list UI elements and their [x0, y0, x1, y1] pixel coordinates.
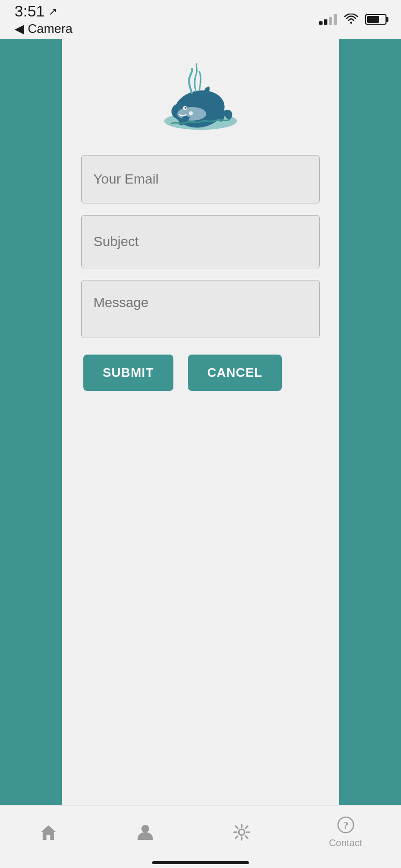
contact-tab-label: Contact: [329, 837, 362, 849]
svg-point-8: [141, 825, 149, 833]
buttons-row: SUBMIT CANCEL: [81, 355, 320, 391]
tab-bar: ? Contact: [0, 805, 401, 868]
signal-icon: [319, 14, 337, 25]
home-icon: [39, 822, 58, 842]
submit-button[interactable]: SUBMIT: [83, 355, 173, 391]
time-display: 3:51: [15, 2, 45, 20]
svg-text:?: ?: [343, 819, 348, 831]
message-field[interactable]: [81, 280, 320, 338]
tab-settings[interactable]: [232, 822, 251, 842]
email-field[interactable]: [81, 155, 320, 203]
whale-svg: [157, 58, 244, 136]
subject-field[interactable]: [81, 215, 320, 268]
question-icon: ?: [336, 815, 355, 835]
tab-contact[interactable]: ? Contact: [329, 815, 362, 849]
camera-back-label: ◀ Camera: [15, 21, 73, 36]
svg-point-7: [189, 111, 193, 115]
gear-icon: [232, 822, 251, 842]
tab-profile[interactable]: [136, 822, 155, 842]
status-bar: 3:51 ↗ ◀ Camera: [0, 0, 401, 39]
svg-point-9: [239, 829, 245, 835]
location-arrow-icon: ↗: [48, 5, 57, 18]
cancel-button[interactable]: CANCEL: [188, 355, 282, 391]
tab-home[interactable]: [39, 822, 58, 842]
content-card: SUBMIT CANCEL: [62, 39, 339, 805]
status-right: [319, 14, 386, 25]
wifi-icon: [344, 14, 358, 25]
status-left: 3:51 ↗ ◀ Camera: [15, 2, 73, 36]
main-background: SUBMIT CANCEL: [0, 39, 401, 805]
camera-back-button[interactable]: ◀ Camera: [15, 21, 73, 36]
status-time: 3:51 ↗: [15, 2, 73, 20]
whale-logo: [152, 53, 249, 140]
svg-point-0: [350, 22, 352, 24]
person-icon: [136, 822, 155, 842]
battery-icon: [365, 14, 386, 25]
home-indicator: [152, 861, 249, 864]
